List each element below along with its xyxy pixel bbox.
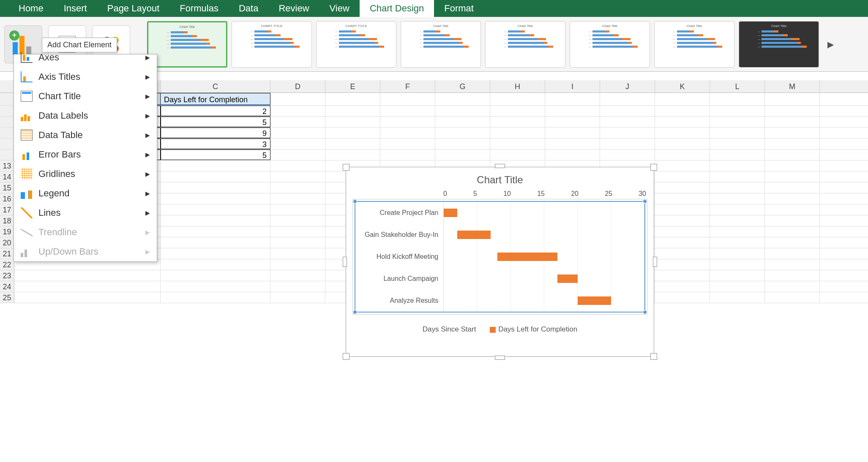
row-header[interactable]: 15: [0, 182, 14, 193]
row-header[interactable]: 25: [0, 292, 14, 303]
row-header[interactable]: 16: [0, 193, 14, 204]
row-header[interactable]: 22: [0, 259, 14, 270]
tab-format[interactable]: Format: [434, 0, 484, 17]
cell[interactable]: [270, 193, 325, 204]
cell[interactable]: [765, 281, 820, 292]
tab-chart-design[interactable]: Chart Design: [360, 0, 434, 17]
col-header-M[interactable]: M: [765, 80, 820, 92]
menu-error-bars[interactable]: Error Bars ▶: [14, 145, 157, 164]
resize-handle[interactable]: [650, 353, 657, 360]
resize-handle[interactable]: [653, 257, 657, 267]
cell[interactable]: [655, 215, 710, 226]
row-header[interactable]: 18: [0, 215, 14, 226]
chart-style-1[interactable]: Chart Title — — — — —: [147, 21, 227, 68]
menu-lines[interactable]: Lines ▶: [14, 203, 157, 223]
cell[interactable]: 5: [161, 117, 270, 127]
row-header[interactable]: 14: [0, 171, 14, 182]
cell[interactable]: [161, 292, 270, 303]
col-header-I[interactable]: I: [545, 80, 600, 92]
gantt-bar[interactable]: [444, 209, 457, 217]
embedded-chart[interactable]: Chart Title 0 5 10 15 20 25 30 Create Pr…: [346, 167, 654, 357]
cell[interactable]: [161, 182, 270, 193]
chart-style-5[interactable]: Chart Title — — — — —: [485, 21, 565, 68]
chart-style-3[interactable]: CHART TITLE — — — — —: [316, 21, 396, 68]
tab-insert[interactable]: Insert: [54, 0, 97, 17]
cell[interactable]: [270, 215, 325, 226]
cell[interactable]: [161, 237, 270, 248]
cell[interactable]: [765, 204, 820, 215]
cell[interactable]: [270, 237, 325, 248]
col-header-F[interactable]: F: [380, 80, 435, 92]
category-axis-selection[interactable]: Create Project PlanGain Stakeholder Buy-…: [355, 201, 645, 313]
gantt-bar[interactable]: [557, 274, 577, 283]
cell[interactable]: [161, 160, 270, 171]
tab-page-layout[interactable]: Page Layout: [97, 0, 170, 17]
menu-axis-titles[interactable]: Axis Titles ▶: [14, 67, 157, 87]
resize-handle[interactable]: [495, 164, 505, 168]
cell[interactable]: [710, 204, 765, 215]
cell[interactable]: [161, 204, 270, 215]
menu-data-labels[interactable]: Data Labels ▶: [14, 106, 157, 125]
cell[interactable]: [765, 193, 820, 204]
resize-handle[interactable]: [495, 356, 505, 360]
resize-handle[interactable]: [343, 257, 347, 267]
cell[interactable]: [161, 193, 270, 204]
cell[interactable]: [161, 215, 270, 226]
cell[interactable]: [655, 171, 710, 182]
row-header[interactable]: 23: [0, 270, 14, 281]
col-header-D[interactable]: D: [270, 80, 325, 92]
chart-title[interactable]: Chart Title: [355, 174, 645, 186]
cell[interactable]: [655, 204, 710, 215]
cell[interactable]: [270, 248, 325, 259]
cell[interactable]: [710, 259, 765, 270]
cell[interactable]: [765, 182, 820, 193]
tab-formulas[interactable]: Formulas: [169, 0, 229, 17]
col-header-C[interactable]: C: [161, 80, 270, 92]
resize-handle[interactable]: [343, 353, 349, 360]
col-header-L[interactable]: L: [710, 80, 765, 92]
col-header-G[interactable]: G: [435, 80, 490, 92]
cell[interactable]: [270, 204, 325, 215]
cell[interactable]: [710, 237, 765, 248]
cell[interactable]: [14, 281, 161, 292]
chart-style-4[interactable]: Chart Title — — — — —: [401, 21, 481, 68]
selection-handle[interactable]: [353, 199, 357, 204]
row-header[interactable]: 19: [0, 226, 14, 237]
cell[interactable]: [710, 292, 765, 303]
cell[interactable]: [655, 270, 710, 281]
cell[interactable]: [710, 270, 765, 281]
cell[interactable]: [710, 226, 765, 237]
cell[interactable]: 3: [161, 139, 270, 149]
cell[interactable]: [14, 292, 161, 303]
cell[interactable]: [710, 281, 765, 292]
tab-view[interactable]: View: [319, 0, 360, 17]
tab-data[interactable]: Data: [229, 0, 268, 17]
cell[interactable]: [710, 193, 765, 204]
cell[interactable]: [161, 259, 270, 270]
cell[interactable]: 5: [161, 149, 270, 160]
cell[interactable]: [765, 237, 820, 248]
menu-chart-title[interactable]: Chart Title ▶: [14, 87, 157, 106]
chart-style-8[interactable]: Chart Title — — — — —: [739, 21, 819, 68]
chart-style-7[interactable]: Chart Title — — — — —: [654, 21, 734, 68]
selection-handle[interactable]: [353, 310, 357, 314]
cell[interactable]: [765, 292, 820, 303]
tab-home[interactable]: Home: [8, 0, 54, 17]
row-header[interactable]: 21: [0, 248, 14, 259]
cell[interactable]: [655, 160, 710, 171]
cell[interactable]: [14, 270, 161, 281]
cell[interactable]: [161, 270, 270, 281]
cell[interactable]: [270, 270, 325, 281]
chart-style-6[interactable]: Chart Title — — — — —: [570, 21, 650, 68]
col-header-H[interactable]: H: [490, 80, 545, 92]
gantt-bar[interactable]: [457, 231, 491, 239]
cell[interactable]: 2: [161, 106, 270, 116]
cell[interactable]: [710, 215, 765, 226]
cell[interactable]: [655, 281, 710, 292]
menu-data-table[interactable]: Data Table ▶: [14, 125, 157, 145]
col-header-K[interactable]: K: [655, 80, 710, 92]
menu-legend[interactable]: Legend ▶: [14, 184, 157, 203]
cell[interactable]: [270, 171, 325, 182]
cell[interactable]: [161, 226, 270, 237]
chart-style-2[interactable]: CHART TITLE — — — — —: [232, 21, 312, 68]
